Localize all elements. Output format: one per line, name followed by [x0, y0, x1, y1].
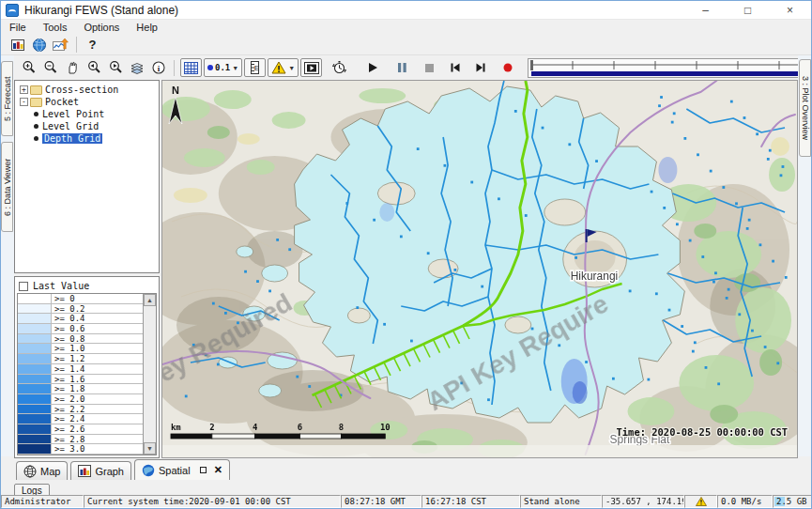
map-canvas: ,	[162, 81, 797, 457]
legend-color-swatch	[18, 375, 52, 384]
skip-end-button[interactable]	[469, 58, 491, 77]
tab-graph-label: Graph	[95, 466, 124, 477]
globe-wireframe-icon	[23, 465, 37, 478]
bullet-icon	[34, 136, 38, 141]
legend-row[interactable]: >= 1.8	[18, 384, 143, 394]
legend-table: >= 0>= 0.2>= 0.4>= 0.6>= 0.8>= 1.0>= 1.2…	[17, 293, 157, 455]
tree-item-label: Pocket	[45, 97, 79, 107]
scroll-down-icon[interactable]: ▼	[144, 442, 156, 455]
warning-icon	[271, 61, 286, 74]
info-button[interactable]: i	[147, 58, 169, 77]
legend-row[interactable]: >= 1.0	[18, 344, 143, 354]
bar-chart-icon	[78, 465, 91, 477]
legend-color-swatch	[18, 344, 52, 353]
tree-expander-icon[interactable]: -	[20, 98, 28, 106]
bottom-tab-bar: Map Graph Spatial ✕	[1, 458, 811, 480]
tab-spatial-label: Spatial	[159, 465, 191, 476]
layers-button[interactable]	[126, 58, 147, 77]
legend-value-label: >= 0.4	[52, 314, 143, 323]
play-icon	[367, 62, 378, 73]
tab-plot-overview[interactable]: 3 : Plot Overview	[799, 59, 811, 157]
zoom-previous-button[interactable]	[83, 58, 104, 77]
menu-options[interactable]: Options	[75, 22, 128, 33]
status-warning[interactable]	[684, 495, 717, 508]
hand-icon	[65, 60, 80, 75]
legend-row[interactable]: >= 0	[18, 294, 143, 304]
tree-item-pocket[interactable]: -Pocket	[16, 96, 158, 108]
tree-item-label: Cross-section	[45, 85, 118, 95]
map-display-button[interactable]	[28, 36, 50, 54]
menu-help[interactable]: Help	[128, 22, 166, 33]
window-title: Hikurangi FEWS (Stand alone)	[24, 4, 178, 17]
legend-row[interactable]: >= 0.4	[18, 314, 143, 324]
bullet-icon	[34, 112, 38, 116]
warnings-dropdown[interactable]: ▼	[268, 58, 299, 77]
legend-row[interactable]: >= 2.0	[18, 394, 143, 405]
legend-row[interactable]: >= 1.6	[18, 375, 143, 385]
tab-forecast[interactable]: 5 : Forecast	[1, 61, 13, 136]
legend-value-label: >= 1.4	[52, 364, 143, 374]
spatial-globe-icon	[142, 464, 155, 477]
legend-row[interactable]: >= 0.6	[18, 324, 143, 334]
animation-window-button[interactable]	[300, 58, 322, 77]
last-value-checkbox[interactable]	[19, 282, 28, 291]
record-button[interactable]	[497, 58, 518, 77]
close-button[interactable]: ×	[769, 1, 811, 19]
timeseries-button[interactable]	[50, 36, 71, 54]
animation-settings-button[interactable]	[329, 58, 350, 77]
time-slider[interactable]	[528, 58, 812, 78]
play-button[interactable]	[361, 58, 383, 77]
maximize-button[interactable]: □	[727, 1, 769, 19]
grid-toggle-button[interactable]	[180, 58, 202, 77]
legend-color-swatch	[18, 394, 52, 404]
legend-row[interactable]: >= 2.4	[18, 414, 143, 424]
tree-item-level-grid[interactable]: Level Grid	[16, 120, 158, 132]
classification-dropdown[interactable]: 0.1 ▼	[204, 58, 242, 77]
legend-scrollbar[interactable]: ▲ ▼	[143, 294, 156, 455]
legend-row[interactable]: >= 0.8	[18, 334, 143, 345]
legend-value-label: >= 0.6	[52, 324, 143, 333]
pan-button[interactable]	[61, 58, 83, 77]
legend-row[interactable]: >= 1.2	[18, 354, 143, 364]
menu-file[interactable]: File	[1, 22, 35, 33]
tab-spatial[interactable]: Spatial ✕	[134, 459, 230, 480]
tab-close-icon[interactable]: ✕	[214, 464, 222, 476]
explorer-button[interactable]	[7, 36, 28, 54]
tab-map[interactable]: Map	[16, 461, 68, 480]
svg-text:8: 8	[339, 423, 344, 432]
zoom-in-button[interactable]	[18, 58, 39, 77]
legend-row[interactable]: >= 0.2	[18, 304, 143, 315]
minimize-button[interactable]: –	[684, 1, 727, 19]
status-gmt-time: 08:27:18 GMT	[341, 495, 421, 508]
skip-start-button[interactable]	[444, 58, 466, 77]
stop-button[interactable]	[419, 58, 440, 77]
legend-row[interactable]: >= 3.0	[18, 444, 143, 455]
legend-color-swatch	[18, 444, 52, 454]
scroll-up-icon[interactable]: ▲	[144, 294, 156, 306]
legend-row[interactable]: >= 2.8	[18, 435, 143, 445]
record-icon	[502, 62, 513, 73]
chevron-down-icon: ▼	[288, 65, 295, 71]
zoom-next-button[interactable]	[104, 58, 126, 77]
legend-value-label: >= 2.4	[52, 414, 143, 424]
toolbar-separator	[76, 37, 77, 53]
legend-value-label: >= 2.2	[52, 405, 143, 414]
legend-row[interactable]: >= 1.4	[18, 364, 143, 375]
help-button[interactable]: ?	[82, 36, 103, 54]
tab-maximize-icon[interactable]	[200, 467, 207, 473]
tree-item-level-point[interactable]: Level Point	[16, 108, 158, 120]
grid-icon	[184, 62, 198, 74]
legend-button[interactable]: E	[244, 58, 266, 77]
menu-tools[interactable]: Tools	[35, 22, 76, 33]
tab-graph[interactable]: Graph	[70, 461, 131, 480]
tree-item-depth-grid[interactable]: Depth Grid	[16, 132, 158, 145]
help-icon: ?	[85, 38, 100, 52]
legend-row[interactable]: >= 2.6	[18, 424, 143, 435]
tab-data-viewer[interactable]: 6 : Data Viewer	[1, 142, 13, 232]
map-view[interactable]: ,	[161, 80, 798, 458]
zoom-out-button[interactable]	[39, 58, 61, 77]
pause-button[interactable]	[391, 58, 413, 77]
tree-item-cross-section[interactable]: +Cross-section	[16, 84, 158, 96]
legend-row[interactable]: >= 2.2	[18, 405, 143, 415]
tree-expander-icon[interactable]: +	[20, 85, 28, 94]
